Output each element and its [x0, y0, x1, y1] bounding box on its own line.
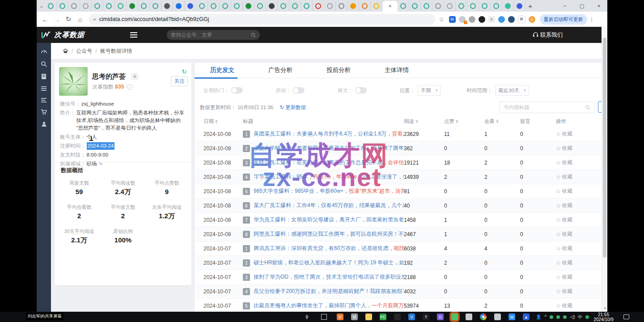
profile-avatar[interactable]: ☺ [529, 16, 535, 23]
site-info-icon[interactable]: ▫▫ [93, 17, 96, 22]
document-icon[interactable] [41, 73, 47, 80]
notification-center-icon[interactable] [623, 314, 629, 319]
browser-menu-icon[interactable]: ⋮ [589, 16, 595, 23]
taskbar-app-icon[interactable]: T [423, 314, 429, 320]
scrollbar-thumb[interactable] [603, 38, 606, 258]
article-title-link[interactable]: 英特尔员工爆料：在英特尔，如果谁的工作总是完不成， [254, 159, 388, 166]
browser-tab[interactable] [371, 1, 382, 11]
extension-gray-icon[interactable] [469, 16, 475, 23]
extension-a-icon[interactable]: ∧ [488, 16, 495, 23]
browser-tab[interactable] [80, 1, 92, 11]
article-title-link[interactable]: 会评估是你工作量太... [388, 159, 404, 166]
column-header[interactable]: 日期 [203, 118, 243, 125]
article-title-link[interactable]: 某大厂员工爆料：工作4年，仅有45万存款，结果被裁员，几个月都找不到工... [254, 202, 404, 209]
panel-tab-主体详情[interactable]: 主体详情 [385, 66, 409, 74]
taskbar-app-icon[interactable]: ⚙ [351, 314, 358, 320]
edit-icon[interactable]: ✎ [99, 160, 103, 168]
taskbar-app-icon[interactable] [394, 314, 401, 320]
favorite-button[interactable]: ☆收藏 [556, 231, 604, 237]
browser-tab[interactable] [324, 1, 336, 11]
taskbar-app-icon[interactable]: V [408, 314, 415, 320]
article-title-link[interactable]: 美团某员工爆料：夫妻俩人每月到手6.4万，公积金1.6万， [254, 130, 392, 138]
favorite-button[interactable]: ☆收藏 [556, 288, 604, 295]
browser-tab[interactable] [173, 1, 185, 11]
tab-close-icon[interactable]: × [389, 4, 392, 9]
column-header[interactable]: 点赞 [444, 118, 484, 125]
extension-m-icon[interactable]: M [449, 16, 456, 23]
article-title-link[interactable]: 一个月薪两万，一个月薪三... [372, 302, 404, 309]
toggle-switch[interactable] [293, 87, 305, 93]
home-icon[interactable]: ⌂ [74, 16, 86, 23]
favorite-button[interactable]: ☆收藏 [556, 145, 604, 152]
header-search-input[interactable]: 查找公众号、文章 [167, 30, 260, 40]
browser-tab[interactable] [243, 1, 254, 11]
sort-icon[interactable] [415, 119, 418, 123]
info-icon[interactable]: i [127, 84, 133, 90]
browser-tab[interactable] [398, 1, 409, 11]
taskbar-app-icon[interactable]: D [437, 314, 444, 320]
browser-tab[interactable] [185, 1, 196, 11]
volume-icon[interactable]: ◁) [570, 314, 575, 319]
chrome-update-button[interactable]: 重新启动即可更新 [540, 14, 587, 25]
article-title-link[interactable]: 比裁员更侮辱人的事情发生了，裁掉部门两个人， [254, 302, 372, 309]
browser-tab[interactable] [266, 1, 278, 11]
contact-us-button[interactable]: 联系我们 [533, 31, 563, 39]
forward-icon[interactable]: → [51, 16, 63, 23]
browser-tab[interactable] [57, 1, 68, 11]
panel-tab-广告分析[interactable]: 广告分析 [268, 66, 292, 74]
browser-tab[interactable] [138, 1, 150, 11]
sort-icon[interactable] [215, 119, 218, 123]
browser-tab[interactable] [161, 1, 173, 11]
browser-tab[interactable] [491, 1, 502, 11]
sort-icon[interactable] [456, 119, 458, 123]
favorite-button[interactable]: ☆收藏 [556, 274, 604, 280]
article-title-link[interactable]: 字节某员工爆料：95年， [254, 173, 313, 181]
user-icon[interactable] [41, 121, 47, 127]
browser-tab[interactable] [432, 1, 444, 11]
article-title-link[interactable]: 腾讯员工哭诉：深圳有房无贷，有60万存款，还是很焦虑， [254, 245, 394, 252]
extension-dark-icon[interactable] [479, 16, 485, 23]
favorite-button[interactable]: ☆收藏 [556, 259, 604, 266]
minimize-button[interactable]: − [556, 3, 573, 8]
browser-tab[interactable] [92, 1, 103, 11]
browser-tab[interactable] [421, 1, 432, 11]
tray-app-icon[interactable] [556, 315, 560, 319]
select-dropdown[interactable]: 最近30天▾ [495, 85, 529, 96]
input-method-indicator[interactable]: 中 [578, 314, 582, 320]
taskbar-app-icon[interactable]: PC [380, 314, 386, 320]
panel-tab-历史发文[interactable]: 历史发文 [210, 66, 234, 74]
sort-icon[interactable] [496, 119, 499, 123]
toggle-switch[interactable] [355, 87, 367, 93]
back-icon[interactable]: ← [39, 16, 51, 23]
article-title-link[interactable]: 华为员工爆料：女朋友听父母建议，离开大厂，回老家村里当老师， [254, 216, 404, 224]
address-bar[interactable]: ▫▫ cimidata.com/account/detail?bid=AQb9z… [89, 14, 435, 25]
page-scrollbar[interactable]: ▼ [602, 27, 607, 312]
favorite-button[interactable]: ☆收藏 [556, 302, 604, 309]
taskbar-app-icon[interactable]: O [337, 314, 343, 320]
browser-tab[interactable] [231, 1, 243, 11]
toggle-switch[interactable] [231, 87, 243, 93]
menu-icon[interactable] [41, 97, 47, 103]
extension-badge-icon[interactable]: 3 [459, 16, 466, 23]
browser-tab[interactable] [456, 1, 467, 11]
favorite-button[interactable]: ☆收藏 [556, 159, 604, 166]
browser-tab[interactable] [278, 1, 289, 11]
taskbar-app-icon[interactable]: ▲ [523, 314, 530, 320]
browser-tab[interactable] [45, 1, 57, 11]
panel-tab-投前分析[interactable]: 投前分析 [326, 66, 351, 74]
browser-tab[interactable] [444, 1, 456, 11]
article-title-link[interactable]: 能找到30w的安稳... [394, 245, 404, 252]
browser-tab[interactable] [254, 1, 266, 11]
column-header[interactable]: 在看 [484, 118, 520, 125]
browser-tab[interactable] [289, 1, 301, 11]
favorite-button[interactable]: ☆收藏 [556, 188, 604, 195]
browser-tab[interactable] [313, 1, 324, 11]
browser-tab[interactable] [467, 1, 479, 11]
home-icon[interactable] [63, 48, 68, 54]
shield-icon[interactable] [585, 315, 589, 319]
extensions-puzzle-icon[interactable]: ⌘ [518, 16, 525, 23]
menu-toggle-icon[interactable] [130, 32, 137, 38]
favorite-button[interactable]: ☆收藏 [556, 245, 604, 252]
follow-button[interactable]: 关注 [171, 76, 188, 86]
article-title-link[interactable]: 接到了华为OD，拒绝了两次，技术主管给打电话说了很多职业发展的事情，... [254, 273, 404, 281]
